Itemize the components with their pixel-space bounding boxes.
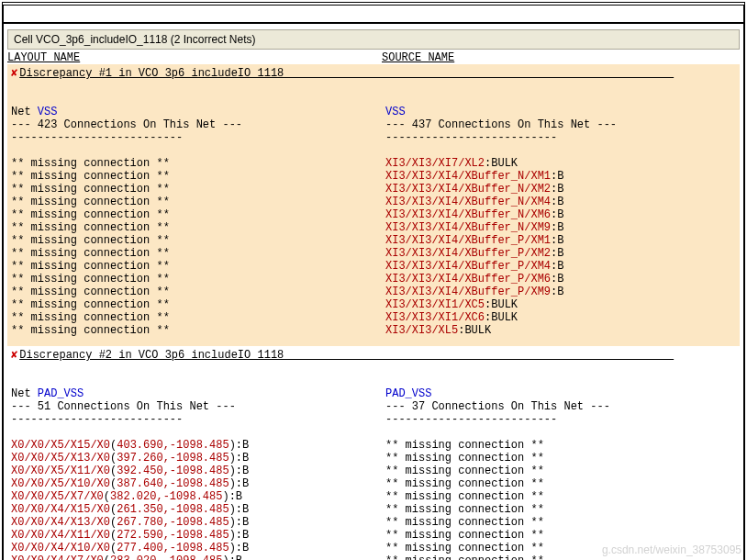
discrepancy-block[interactable]: ✘Discrepancy #1 in VCO_3p6_includeIO_111… bbox=[7, 64, 740, 346]
inst-path: X0/X0/X5/X13/X0 bbox=[11, 452, 110, 465]
missing-connection: ** missing connection ** bbox=[385, 554, 544, 560]
inst-path: X0/X0/X5/X11/X0 bbox=[11, 465, 110, 477]
inst-path: XI3/XI3/XI4/XBuffer_P/XM6 bbox=[385, 273, 551, 286]
net-name: VSS bbox=[38, 106, 58, 118]
missing-connection: ** missing connection ** bbox=[385, 439, 544, 452]
missing-connection: ** missing connection ** bbox=[385, 516, 544, 529]
missing-connection: ** missing connection ** bbox=[11, 298, 170, 311]
missing-connection: ** missing connection ** bbox=[385, 529, 544, 542]
cell-header[interactable]: Cell VCO_3p6_includeIO_1118 (2 Incorrect… bbox=[7, 29, 740, 50]
inst-path: XI3/XI3/XI1/XC5 bbox=[385, 298, 485, 311]
coord: 403.690,-1098.485 bbox=[117, 439, 229, 452]
source-header: SOURCE NAME bbox=[382, 51, 454, 64]
net-name: PAD_VSS bbox=[385, 387, 431, 400]
missing-connection: ** missing connection ** bbox=[11, 286, 170, 298]
coord: 277.400,-1098.485 bbox=[117, 542, 229, 554]
inst-path: X0/X0/X4/X7/X0 bbox=[11, 554, 104, 560]
coord: 392.450,-1098.485 bbox=[117, 465, 229, 477]
missing-connection: ** missing connection ** bbox=[385, 465, 544, 477]
inst-path: XI3/XI3/XI4/XBuffer_N/XM9 bbox=[385, 221, 551, 234]
net-name: PAD_VSS bbox=[38, 387, 84, 400]
inst-path: X0/X0/X4/X10/X0 bbox=[11, 542, 110, 554]
coord: 267.780,-1098.485 bbox=[117, 516, 229, 529]
error-icon: ✘ bbox=[11, 67, 17, 80]
report-window: Cell VCO_3p6_includeIO_1118 (2 Incorrect… bbox=[2, 2, 745, 560]
missing-connection: ** missing connection ** bbox=[11, 260, 170, 273]
missing-connection: ** missing connection ** bbox=[11, 247, 170, 260]
inst-path: X0/X0/X5/X10/X0 bbox=[11, 477, 110, 490]
missing-connection: ** missing connection ** bbox=[11, 311, 170, 324]
coord: 397.260,-1098.485 bbox=[117, 452, 229, 465]
column-headers: LAYOUT NAME SOURCE NAME bbox=[7, 51, 740, 64]
discrepancy-title-text: Discrepancy #2 in VCO_3p6_includeIO_1118 bbox=[19, 349, 674, 362]
inst-path: XI3/XI3/XI7/XL2 bbox=[385, 157, 485, 170]
inst-path: X0/X0/X4/X11/X0 bbox=[11, 529, 110, 542]
inst-path: XI3/XI3/XI4/XBuffer_N/XM1 bbox=[385, 170, 551, 183]
inst-path: XI3/XI3/XI4/XBuffer_N/XM6 bbox=[385, 208, 551, 221]
inst-path: XI3/XI3/XI4/XBuffer_N/XM4 bbox=[385, 196, 551, 208]
missing-connection: ** missing connection ** bbox=[11, 324, 170, 337]
inst-path: XI3/XI3/XI4/XBuffer_P/XM1 bbox=[385, 234, 551, 247]
missing-connection: ** missing connection ** bbox=[385, 503, 544, 516]
layout-column: Net VSS --- 423 Connections On This Net … bbox=[11, 80, 385, 337]
layout-column: Net PAD_VSS --- 51 Connections On This N… bbox=[11, 362, 385, 560]
missing-connection: ** missing connection ** bbox=[11, 221, 170, 234]
error-icon: ✘ bbox=[11, 349, 17, 362]
inst-path: XI3/XI3/XI1/XC6 bbox=[385, 311, 485, 324]
missing-connection: ** missing connection ** bbox=[11, 208, 170, 221]
coord: 272.590,-1098.485 bbox=[117, 529, 229, 542]
missing-connection: ** missing connection ** bbox=[385, 452, 544, 465]
inst-path: X0/X0/X5/X15/X0 bbox=[11, 439, 110, 452]
top-gap bbox=[4, 6, 743, 24]
missing-connection: ** missing connection ** bbox=[385, 542, 544, 554]
discrepancy-title: ✘Discrepancy #1 in VCO_3p6_includeIO_111… bbox=[7, 66, 740, 80]
discrepancy-block[interactable]: ✘Discrepancy #2 in VCO_3p6_includeIO_111… bbox=[7, 346, 740, 560]
source-column: PAD_VSS --- 37 Connections On This Net -… bbox=[385, 362, 747, 560]
inst-path: XI3/XI3/XL5 bbox=[385, 324, 458, 337]
inst-path: XI3/XI3/XI4/XBuffer_P/XM9 bbox=[385, 286, 551, 298]
coord: 283.020,-1098.485 bbox=[110, 554, 222, 560]
missing-connection: ** missing connection ** bbox=[385, 477, 544, 490]
coord: 387.640,-1098.485 bbox=[117, 477, 229, 490]
discrepancy-title: ✘Discrepancy #2 in VCO_3p6_includeIO_111… bbox=[7, 348, 740, 362]
missing-connection: ** missing connection ** bbox=[11, 196, 170, 208]
layout-header: LAYOUT NAME bbox=[7, 51, 382, 64]
inst-path: X0/X0/X4/X13/X0 bbox=[11, 516, 110, 529]
inst-path: XI3/XI3/XI4/XBuffer_P/XM2 bbox=[385, 247, 551, 260]
source-column: VSS --- 437 Connections On This Net --- … bbox=[385, 80, 747, 337]
inst-path: X0/X0/X5/X7/X0 bbox=[11, 490, 104, 503]
inst-path: X0/X0/X4/X15/X0 bbox=[11, 503, 110, 516]
discrepancy-body: Net PAD_VSS --- 51 Connections On This N… bbox=[7, 362, 740, 560]
missing-connection: ** missing connection ** bbox=[11, 234, 170, 247]
missing-connection: ** missing connection ** bbox=[385, 490, 544, 503]
discrepancy-title-text: Discrepancy #1 in VCO_3p6_includeIO_1118 bbox=[19, 67, 674, 80]
missing-connection: ** missing connection ** bbox=[11, 170, 170, 183]
discrepancy-body: Net VSS --- 423 Connections On This Net … bbox=[7, 80, 740, 337]
inst-path: XI3/XI3/XI4/XBuffer_N/XM2 bbox=[385, 183, 551, 196]
missing-connection: ** missing connection ** bbox=[11, 183, 170, 196]
coord: 382.020,-1098.485 bbox=[110, 490, 222, 503]
net-name: VSS bbox=[385, 106, 406, 118]
inst-path: XI3/XI3/XI4/XBuffer_P/XM4 bbox=[385, 260, 551, 273]
missing-connection: ** missing connection ** bbox=[11, 273, 170, 286]
missing-connection: ** missing connection ** bbox=[11, 157, 170, 170]
coord: 261.350,-1098.485 bbox=[117, 503, 229, 516]
